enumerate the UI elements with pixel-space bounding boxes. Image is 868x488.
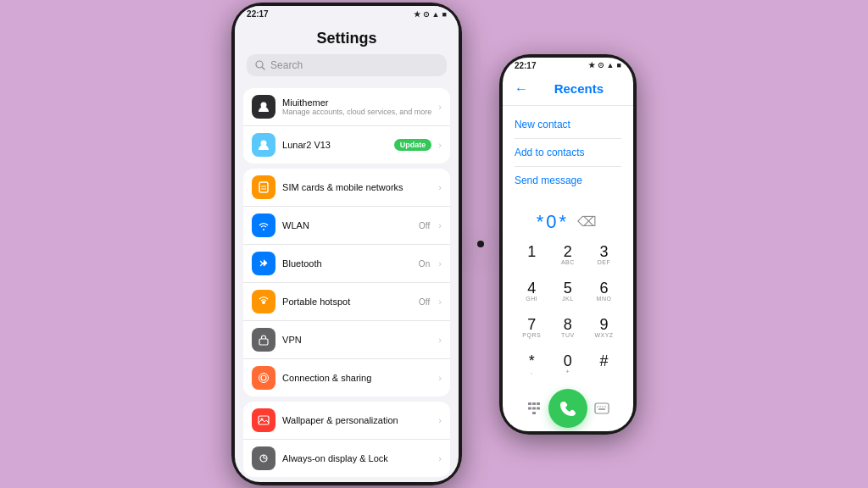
dial-display: *0* ⌫ bbox=[503, 199, 633, 238]
svg-point-7 bbox=[262, 301, 265, 304]
call-button[interactable] bbox=[548, 389, 587, 428]
settings-item-wlan[interactable]: WLAN Off › bbox=[243, 207, 450, 245]
settings-list: Miuithemer Manage accounts, cloud servic… bbox=[235, 83, 459, 482]
status-icons-dialer: ★ ⊙ ▲ ■ bbox=[588, 61, 621, 69]
wlan-value: Off bbox=[419, 221, 430, 230]
status-bar-settings: 22:17 ★ ⊙ ▲ ■ bbox=[235, 6, 459, 22]
key-4[interactable]: 4 GHI bbox=[515, 274, 549, 309]
chevron-icon: › bbox=[438, 102, 442, 112]
connection-title: Connection & sharing bbox=[282, 373, 431, 383]
key-7[interactable]: 7 PQRS bbox=[515, 311, 549, 346]
time-dialer: 22:17 bbox=[515, 61, 537, 70]
svg-rect-18 bbox=[537, 402, 540, 405]
svg-rect-23 bbox=[595, 403, 609, 413]
svg-point-10 bbox=[259, 374, 269, 383]
sim-icon bbox=[252, 175, 275, 199]
phone-settings: 22:17 ★ ⊙ ▲ ■ Settings Search bbox=[231, 3, 462, 485]
connection-icon bbox=[252, 366, 275, 390]
chevron-icon: › bbox=[438, 258, 442, 269]
back-button[interactable]: ← bbox=[515, 81, 528, 97]
time-settings: 22:17 bbox=[247, 9, 269, 19]
backspace-button[interactable]: ⌫ bbox=[577, 214, 599, 230]
dialer-screen: 22:17 ★ ⊙ ▲ ■ ← Recents New contact Add … bbox=[503, 58, 633, 431]
key-1[interactable]: 1 bbox=[515, 238, 549, 273]
hotspot-title: Portable hotspot bbox=[282, 297, 412, 307]
bluetooth-title: Bluetooth bbox=[282, 258, 412, 269]
svg-rect-8 bbox=[259, 339, 268, 345]
settings-item-aod[interactable]: Always-on display & Lock › bbox=[243, 440, 450, 477]
vpn-icon bbox=[252, 328, 275, 352]
lunar-icon bbox=[252, 133, 275, 157]
search-bar[interactable]: Search bbox=[247, 54, 447, 76]
chevron-icon: › bbox=[438, 335, 442, 345]
dial-number: *0* bbox=[537, 211, 569, 233]
lunar-title: Lunar2 V13 bbox=[282, 140, 387, 150]
dialer-title: Recents bbox=[537, 81, 621, 96]
wlan-title: WLAN bbox=[282, 220, 412, 230]
key-hash[interactable]: # bbox=[587, 347, 621, 382]
wallpaper-icon bbox=[252, 408, 275, 432]
settings-item-connection[interactable]: Connection & sharing › bbox=[243, 359, 450, 396]
hotspot-value: Off bbox=[419, 297, 430, 307]
svg-rect-4 bbox=[259, 182, 268, 192]
add-to-contacts-action[interactable]: Add to contacts bbox=[515, 139, 621, 167]
key-6[interactable]: 6 MNO bbox=[587, 274, 621, 309]
chevron-icon: › bbox=[438, 453, 442, 463]
new-contact-action[interactable]: New contact bbox=[515, 111, 621, 139]
key-3[interactable]: 3 DEF bbox=[587, 238, 621, 273]
key-0[interactable]: 0 + bbox=[551, 347, 586, 382]
phone-dialer: 22:17 ★ ⊙ ▲ ■ ← Recents New contact Add … bbox=[499, 54, 637, 435]
miuithemer-subtitle: Manage accounts, cloud services, and mor… bbox=[282, 108, 431, 116]
settings-section-network: SIM cards & mobile networks › WLAN bbox=[243, 169, 450, 396]
dialpad-toggle-button[interactable] bbox=[520, 394, 548, 423]
bluetooth-icon bbox=[252, 252, 275, 275]
key-star[interactable]: * , bbox=[515, 347, 549, 382]
svg-rect-19 bbox=[528, 407, 531, 409]
hotspot-icon bbox=[252, 290, 275, 313]
aod-icon bbox=[252, 446, 275, 470]
settings-item-wallpaper[interactable]: Wallpaper & personalization › bbox=[243, 402, 450, 440]
settings-section-personalization: Wallpaper & personalization › Always-on … bbox=[243, 402, 450, 477]
svg-rect-20 bbox=[532, 407, 536, 409]
svg-rect-21 bbox=[537, 407, 540, 409]
miuithemer-icon bbox=[252, 95, 275, 119]
keypad: 1 2 ABC 3 DEF 4 GHI 5 JKL 6 MNO bbox=[503, 238, 633, 382]
key-9[interactable]: 9 WXYZ bbox=[587, 311, 621, 346]
chevron-icon: › bbox=[438, 373, 442, 383]
key-8[interactable]: 8 TUV bbox=[551, 311, 586, 346]
call-icon bbox=[559, 399, 577, 418]
settings-item-miuithemer[interactable]: Miuithemer Manage accounts, cloud servic… bbox=[243, 88, 450, 126]
settings-section-account: Miuithemer Manage accounts, cloud servic… bbox=[243, 88, 450, 164]
settings-title: Settings bbox=[247, 30, 447, 47]
wlan-icon bbox=[252, 214, 275, 237]
chevron-icon: › bbox=[438, 220, 442, 230]
wallpaper-title: Wallpaper & personalization bbox=[282, 415, 431, 425]
settings-item-hotspot[interactable]: Portable hotspot Off › bbox=[243, 283, 450, 321]
settings-screen: 22:17 ★ ⊙ ▲ ■ Settings Search bbox=[235, 6, 459, 482]
miuithemer-title: Miuithemer bbox=[282, 97, 431, 108]
update-badge: Update bbox=[394, 139, 432, 151]
status-bar-dialer: 22:17 ★ ⊙ ▲ ■ bbox=[503, 58, 633, 74]
settings-item-vpn[interactable]: VPN › bbox=[243, 321, 450, 359]
settings-item-sim[interactable]: SIM cards & mobile networks › bbox=[243, 169, 450, 207]
status-icons-settings: ★ ⊙ ▲ ■ bbox=[414, 10, 447, 19]
bluetooth-value: On bbox=[419, 259, 430, 269]
chevron-icon: › bbox=[438, 297, 442, 307]
settings-item-lunar[interactable]: Lunar2 V13 Update › bbox=[243, 126, 450, 164]
recents-actions: New contact Add to contacts Send message bbox=[503, 106, 633, 199]
phone-home: 22:17 ★ ⊙ ▲ ■ Miuithemer ⬇ Downloads 📁 bbox=[477, 241, 484, 247]
svg-rect-17 bbox=[532, 402, 536, 405]
dialpad-icon bbox=[526, 401, 542, 416]
send-message-action[interactable]: Send message bbox=[515, 167, 621, 194]
key-5[interactable]: 5 JKL bbox=[551, 274, 586, 309]
keyboard-toggle-button[interactable] bbox=[587, 394, 616, 423]
settings-item-bluetooth[interactable]: Bluetooth On › bbox=[243, 245, 450, 283]
vpn-title: VPN bbox=[282, 335, 431, 345]
search-icon bbox=[255, 60, 265, 70]
aod-title: Always-on display & Lock bbox=[282, 453, 431, 463]
svg-point-9 bbox=[261, 375, 266, 380]
key-2[interactable]: 2 ABC bbox=[551, 238, 586, 273]
chevron-icon: › bbox=[438, 415, 442, 425]
dialer-actions bbox=[503, 382, 633, 431]
svg-rect-22 bbox=[532, 412, 536, 414]
